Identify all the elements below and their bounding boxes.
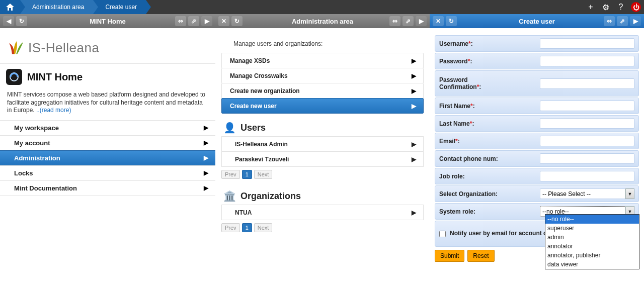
chevron-right-icon: ▶	[204, 124, 208, 131]
pane-mint-home: ◀ ↻ MINT Home ⇔ ⇗ ▶ IS-Helleana	[0, 14, 215, 289]
row-lastname: Last Name*:	[435, 115, 639, 132]
system-role-option[interactable]: --no role--	[545, 215, 639, 224]
chevron-right-icon: ▶	[412, 57, 416, 64]
system-role-option[interactable]: admin	[545, 233, 639, 242]
menu-locks[interactable]: Locks▶	[0, 165, 215, 181]
phone-input[interactable]	[540, 153, 634, 164]
reset-button[interactable]: Reset	[467, 250, 494, 262]
chevron-right-icon: ▶	[204, 154, 208, 161]
orgs-section-header: 🏛️ Organizations	[215, 182, 430, 205]
job-role-input[interactable]	[540, 171, 634, 181]
menu-mint-documentation[interactable]: Mint Documentation▶	[0, 180, 215, 196]
users-page-1-button[interactable]: 1	[242, 170, 252, 179]
label-username: Username*:	[439, 40, 510, 47]
row-email: Email*:	[435, 133, 639, 149]
password-input[interactable]	[540, 56, 634, 66]
pane2-popout-icon[interactable]: ⇗	[403, 16, 414, 26]
system-role-option[interactable]: data viewer	[545, 260, 639, 269]
pane3-refresh-icon[interactable]: ↻	[446, 16, 457, 26]
pane2-close-icon[interactable]: ✕	[218, 16, 229, 26]
admin-manage-xsds[interactable]: Manage XSDs▶	[221, 53, 424, 68]
menu-my-account[interactable]: My account▶	[0, 135, 215, 151]
system-role-option[interactable]: annotator, publisher	[545, 251, 639, 260]
chevron-right-icon: ▶	[412, 103, 416, 110]
breadcrumb-create-user[interactable]: Create user	[93, 0, 146, 14]
label-system-role: System role:	[439, 208, 510, 215]
chevron-right-icon: ▶	[412, 156, 416, 163]
menu-label: Administration	[14, 154, 60, 162]
adm-label: Manage Crosswalks	[230, 72, 288, 79]
users-icon: 👤	[223, 122, 235, 134]
label-lastname: Last Name*:	[439, 120, 510, 127]
panes: ◀ ↻ MINT Home ⇔ ⇗ ▶ IS-Helleana	[0, 14, 644, 289]
orgs-next-button[interactable]: Next	[254, 223, 273, 232]
orgs-prev-button[interactable]: Prev	[221, 223, 240, 232]
user-row[interactable]: IS-Helleana Admin▶	[221, 136, 424, 152]
row-system-role: System role: ▼ --no role-- superuser adm…	[435, 203, 639, 220]
pane2-refresh-icon[interactable]: ↻	[231, 16, 243, 26]
pane2-expand-icon[interactable]: ⇔	[389, 16, 400, 26]
pane1-back-icon[interactable]: ◀	[3, 16, 14, 26]
admin-create-user[interactable]: Create new user▶	[221, 98, 424, 114]
label-phone: Contact phone num:	[439, 155, 510, 162]
breadcrumb-home[interactable]	[0, 0, 20, 14]
first-name-input[interactable]	[540, 101, 634, 111]
users-prev-button[interactable]: Prev	[221, 170, 240, 179]
user-label: IS-Helleana Admin	[235, 141, 288, 148]
adm-label: Create new user	[230, 103, 277, 110]
users-pager: Prev 1 Next	[215, 167, 430, 182]
menu-label: Mint Documentation	[14, 184, 77, 192]
system-role-option[interactable]: annotator	[545, 242, 639, 251]
pane3-popout-icon[interactable]: ⇗	[617, 16, 628, 26]
admin-create-org[interactable]: Create new organization▶	[221, 83, 424, 99]
username-input[interactable]	[540, 38, 634, 49]
power-icon[interactable]: ⏻	[631, 2, 641, 12]
plus-icon[interactable]: +	[586, 2, 596, 12]
user-row[interactable]: Paraskevi Tzouveli▶	[221, 151, 424, 167]
password-confirmation-input[interactable]	[540, 78, 634, 89]
row-password-conf: Password Confirmation*:	[435, 70, 639, 97]
gear-icon[interactable]: ⚙	[601, 2, 611, 12]
brand-text: IS-Helleana	[28, 40, 99, 56]
pane2-body: Manage users and organizations: Manage X…	[215, 28, 430, 289]
select-organization[interactable]	[540, 188, 634, 199]
orgs-pager: Prev 1 Next	[215, 220, 430, 235]
home-icon	[6, 4, 14, 11]
pane1-popout-icon[interactable]: ⇗	[188, 16, 199, 26]
home-title: MINT Home	[27, 71, 83, 83]
brand-leaf-icon	[8, 39, 25, 56]
org-label: NTUA	[235, 209, 252, 216]
pane3-expand-icon[interactable]: ⇔	[604, 16, 615, 26]
menu-my-workspace[interactable]: My workspace▶	[0, 120, 215, 136]
menu-administration[interactable]: Administration▶	[0, 150, 215, 166]
admin-manage-crosswalks[interactable]: Manage Crosswalks▶	[221, 68, 424, 83]
help-icon[interactable]: ?	[616, 2, 626, 12]
orgs-title: Organizations	[240, 191, 301, 202]
org-row[interactable]: NTUA▶	[221, 205, 424, 220]
email-input[interactable]	[540, 136, 634, 146]
label-jobrole: Job role:	[439, 173, 510, 180]
label-firstname: First Name*:	[439, 103, 510, 110]
users-next-button[interactable]: Next	[254, 170, 273, 179]
row-firstname: First Name*:	[435, 98, 639, 114]
submit-button[interactable]: Submit	[435, 250, 464, 262]
pane1-refresh-icon[interactable]: ↻	[16, 16, 27, 26]
notify-checkbox[interactable]	[439, 231, 446, 237]
pane3-close-icon[interactable]: ✕	[433, 16, 444, 26]
system-role-option[interactable]: superuser	[545, 224, 639, 233]
orgs-page-1-button[interactable]: 1	[242, 223, 252, 232]
users-section-header: 👤 Users	[215, 114, 430, 137]
row-password: Password*:	[435, 53, 639, 69]
row-jobrole: Job role:	[435, 168, 639, 184]
breadcrumb-admin[interactable]: Administration area	[20, 0, 93, 14]
last-name-input[interactable]	[540, 118, 634, 129]
pane2-forward-icon[interactable]: ▶	[416, 16, 427, 26]
read-more-link[interactable]: ..(read more)	[36, 107, 71, 114]
pane2-title: Administration area	[292, 18, 353, 25]
pane1-forward-icon[interactable]: ▶	[201, 16, 212, 26]
top-icons: + ⚙ ? ⏻	[586, 0, 641, 14]
pane3-forward-icon[interactable]: ▶	[630, 16, 641, 26]
system-role-dropdown[interactable]: --no role-- superuser admin annotator an…	[545, 214, 639, 269]
pane1-body: IS-Helleana MINT Home MINT services comp…	[0, 28, 215, 289]
pane1-expand-icon[interactable]: ⇔	[175, 16, 186, 26]
